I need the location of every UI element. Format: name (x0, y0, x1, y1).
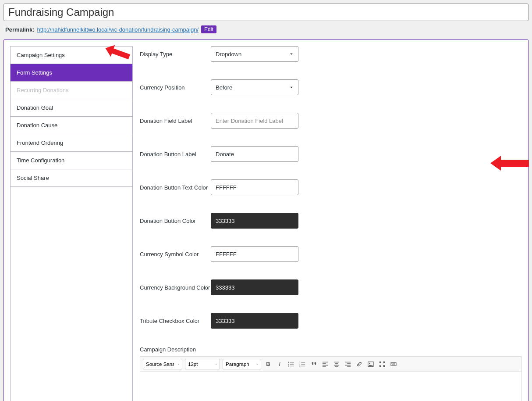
svg-rect-15 (323, 366, 326, 367)
permalink-label: Permalink: (5, 26, 34, 33)
svg-rect-30 (394, 363, 395, 364)
sidebar-item-social-share[interactable]: Social Share (11, 169, 132, 187)
sidebar-item-campaign-settings[interactable]: Campaign Settings (11, 47, 132, 64)
svg-point-4 (288, 365, 289, 366)
currency-bg-color-input[interactable] (211, 279, 298, 295)
display-type-select[interactable]: Dropdown (211, 46, 298, 62)
currency-position-label: Currency Position (140, 84, 211, 91)
svg-rect-22 (345, 365, 351, 365)
svg-rect-9 (301, 364, 305, 364)
bold-icon[interactable]: B (264, 360, 273, 369)
svg-rect-3 (290, 364, 294, 364)
svg-rect-21 (347, 363, 351, 364)
italic-icon[interactable]: I (275, 360, 284, 369)
bullet-list-icon[interactable] (287, 360, 295, 369)
settings-tabs-sidebar: Campaign Settings Form Settings Recurrin… (10, 46, 133, 401)
svg-rect-1 (290, 362, 294, 362)
fullscreen-icon[interactable] (378, 360, 387, 369)
svg-rect-19 (335, 366, 338, 367)
svg-rect-26 (391, 362, 396, 365)
font-size-select[interactable]: 12pt (185, 359, 220, 369)
svg-rect-11 (301, 365, 305, 366)
svg-rect-20 (345, 362, 351, 362)
svg-rect-27 (392, 363, 392, 364)
svg-rect-17 (335, 363, 338, 364)
align-right-icon[interactable] (344, 360, 352, 369)
align-center-icon[interactable] (332, 360, 341, 369)
paragraph-select[interactable]: Paragraph (223, 359, 261, 369)
svg-point-25 (369, 363, 370, 364)
svg-rect-14 (323, 365, 328, 365)
donation-button-color-label: Donation Button Color (140, 218, 211, 224)
permalink-row: Permalink: http://nahidfunnelkittwo.loca… (5, 25, 528, 33)
donation-button-label-label: Donation Button Label (140, 151, 211, 158)
sidebar-item-form-settings[interactable]: Form Settings (11, 64, 132, 82)
donation-button-label-input[interactable] (211, 146, 298, 162)
campaign-description-label: Campaign Description (140, 346, 522, 353)
donation-button-color-input[interactable] (211, 213, 298, 229)
donation-button-text-color-label: Donation Button Text Color (140, 184, 211, 191)
sidebar-item-frontend-ordering[interactable]: Frontend Ordering (11, 134, 132, 152)
blockquote-icon[interactable] (309, 360, 318, 369)
currency-bg-color-label: Currency Background Color (140, 284, 211, 291)
donation-field-label-label: Donation Field Label (140, 118, 211, 124)
svg-rect-31 (392, 364, 395, 365)
svg-rect-28 (393, 363, 393, 364)
numbered-list-icon[interactable]: 123 (298, 360, 307, 369)
editor-toolbar: Source Sans... 12pt Paragraph B I 123 (140, 357, 521, 372)
currency-position-select[interactable]: Before (211, 79, 298, 95)
svg-text:3: 3 (299, 365, 301, 367)
align-left-icon[interactable] (321, 360, 330, 369)
svg-point-2 (288, 363, 289, 364)
sidebar-item-recurring-donations[interactable]: Recurring Donations (11, 82, 132, 99)
post-title-input[interactable] (4, 4, 528, 21)
svg-rect-5 (290, 365, 294, 366)
donation-field-label-input[interactable] (211, 113, 298, 129)
svg-rect-23 (347, 366, 351, 367)
keyboard-icon[interactable] (389, 360, 398, 369)
insert-image-icon[interactable] (366, 360, 375, 369)
svg-rect-7 (301, 362, 305, 362)
svg-point-0 (288, 362, 289, 362)
sidebar-item-donation-goal[interactable]: Donation Goal (11, 99, 132, 117)
tribute-checkbox-color-label: Tribute Checkbox Color (140, 318, 211, 324)
tribute-checkbox-color-input[interactable] (211, 313, 298, 329)
editor-textarea[interactable] (140, 372, 521, 401)
svg-rect-18 (334, 365, 339, 365)
svg-rect-12 (323, 362, 328, 362)
currency-symbol-color-input[interactable] (211, 246, 298, 262)
sidebar-item-donation-cause[interactable]: Donation Cause (11, 117, 132, 134)
svg-rect-16 (334, 362, 339, 362)
donation-button-text-color-input[interactable] (211, 179, 298, 195)
svg-rect-13 (323, 363, 326, 364)
permalink-url[interactable]: http://nahidfunnelkittwo.local/wc-donati… (37, 26, 199, 33)
rich-text-editor: Source Sans... 12pt Paragraph B I 123 (140, 356, 522, 401)
svg-rect-29 (394, 363, 394, 364)
currency-symbol-color-label: Currency Symbol Color (140, 251, 211, 258)
font-family-select[interactable]: Source Sans... (143, 359, 182, 369)
sidebar-item-time-configuration[interactable]: Time Configuration (11, 152, 132, 169)
display-type-label: Display Type (140, 51, 211, 57)
link-icon[interactable] (355, 360, 364, 369)
permalink-edit-button[interactable]: Edit (201, 25, 216, 33)
